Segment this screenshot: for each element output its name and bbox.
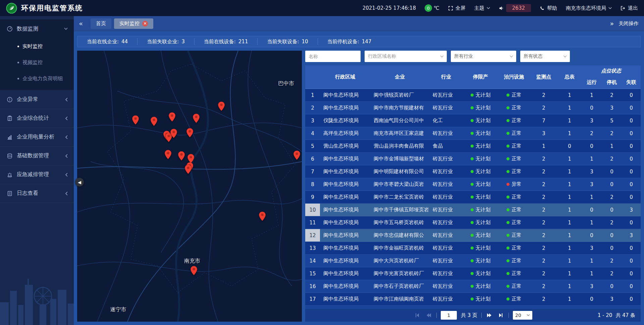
map-marker-pin[interactable]	[170, 128, 177, 139]
table-row[interactable]: 7 阆中生态环境局 阆中明阳建材有限公司 砖瓦行业 无计划 正常 2 1 3 0…	[305, 165, 641, 178]
tabs-scroll-right-button[interactable]: »	[610, 20, 614, 27]
page-size-select[interactable]: 20	[513, 311, 532, 320]
table-row[interactable]: 5 营山生态环境局 营山县润丰肉食品有限 食品 无计划 正常 1 0 0 1 0	[305, 140, 641, 153]
cell-running: 1	[582, 191, 602, 203]
sidebar-item-electricity-analysis[interactable]: 企业用电量分析	[0, 128, 74, 147]
map-marker-pin[interactable]	[259, 211, 266, 221]
fullscreen-button[interactable]: 全屏	[448, 5, 466, 11]
status-dot	[506, 94, 509, 97]
status-filter-select[interactable]: 所有状态	[520, 51, 570, 62]
total-count-label: 共 47 条	[615, 312, 635, 319]
map-collapse-handle[interactable]: ◀	[75, 178, 84, 186]
map-marker-pin[interactable]	[190, 266, 198, 276]
cell-region: 阆中生态环境局	[320, 242, 370, 254]
tab-close-icon[interactable]: ✕	[142, 21, 148, 26]
map-marker-pin[interactable]	[150, 116, 158, 126]
table-row[interactable]: 11 阆中生态环境局 阆中市五马桥页岩机砖 砖瓦行业 无计划 正常 2 1 1 …	[305, 216, 641, 229]
prev-page-button[interactable]	[425, 312, 432, 319]
cell-stop-status: 无计划	[463, 204, 498, 216]
cell-stop-status: 无计划	[463, 153, 498, 165]
cell-industry: 砖瓦行业	[429, 153, 463, 165]
cell-monitoring-points: 2	[530, 229, 557, 241]
cell-monitoring-points: 7	[530, 114, 557, 127]
chevron-down-icon	[527, 314, 530, 316]
table-row[interactable]: 17 阆中生态环境局 阆中市江南镇阆南页岩 砖瓦行业 无计划 正常 2 1 0 …	[305, 293, 641, 306]
organization-dropdown[interactable]: 南充市生态环境局	[566, 5, 612, 11]
cell-region: 阆中生态环境局	[320, 102, 370, 114]
sidebar-item-enterprise-statistics[interactable]: 企业综合统计	[0, 109, 74, 128]
sidebar-item-emergency-reduction[interactable]: 应急减排管理	[0, 165, 74, 184]
table-row[interactable]: 10 阆中生态环境局 阆中市千佛镇五郎垭页岩 砖瓦行业 无计划 正常 2 1 0…	[305, 204, 641, 216]
cell-total-meters: 1	[557, 114, 582, 127]
table-row[interactable]: 1 阆中生态环境局 阆中强锐页岩砖厂 砖瓦行业 无计划 正常 2 1 1 2 0	[305, 89, 641, 102]
sidebar-item-log-view[interactable]: 日志查看	[0, 184, 74, 203]
map-marker-pin[interactable]	[132, 115, 139, 125]
status-dot	[506, 285, 509, 288]
cell-running: 0	[582, 102, 602, 114]
region-filter-select[interactable]: 行政区域名称	[365, 51, 447, 62]
tab-home[interactable]: 首页	[91, 18, 111, 29]
sidebar-item-video-monitoring[interactable]: 视频监控	[0, 54, 74, 70]
cell-running: 1	[582, 216, 602, 229]
table-row[interactable]: 13 阆中生态环境局 阆中市金福旺页岩机砖 砖瓦行业 无计划 正常 2 1 3 …	[305, 242, 641, 255]
theme-dropdown[interactable]: 主题	[474, 5, 490, 11]
map-marker-pin[interactable]	[184, 164, 192, 174]
fullscreen-icon	[448, 6, 453, 11]
status-dot	[471, 234, 474, 237]
cell-stop-status: 无计划	[463, 191, 498, 203]
industry-filter-select[interactable]: 所有行业	[451, 51, 516, 62]
cell-total-meters: 1	[557, 89, 582, 101]
close-operations-button[interactable]: 关闭操作	[619, 20, 639, 27]
cell-lost: 0	[622, 165, 641, 178]
help-button[interactable]: 帮助	[540, 5, 557, 11]
cell-monitoring-points: 2	[530, 306, 557, 309]
table-row[interactable]: 12 阆中生态环境局 阆中市忠信建材有限公 砖瓦行业 无计划 正常 2 1 0 …	[305, 229, 641, 242]
status-dot	[471, 170, 474, 173]
map-marker-pin[interactable]	[186, 128, 194, 138]
map-marker-pin[interactable]	[193, 113, 200, 123]
table-row[interactable]: 9 阆中生态环境局 阆中市二龙长宝页岩砖 砖瓦行业 无计划 正常 2 1 1 2…	[305, 191, 641, 204]
map-marker-pin[interactable]	[178, 151, 185, 161]
tabs-scroll-left-button[interactable]: «	[74, 16, 88, 31]
table-row[interactable]: 4 高坪生态环境局 南充市高坪区王家店建 砖瓦行业 无计划 正常 3 1 2 2…	[305, 127, 641, 140]
first-page-button[interactable]	[414, 312, 421, 319]
status-dot	[471, 297, 474, 301]
map-marker-pin[interactable]	[168, 112, 176, 122]
table-row[interactable]: 15 阆中生态环境局 阆中市光富页岩机砖厂 砖瓦行业 无计划 正常 2 1 1 …	[305, 267, 641, 280]
map-canvas[interactable]: 巴中市南充市遂宁市	[77, 51, 302, 322]
tab-realtime-monitoring[interactable]: 实时监控 ✕	[114, 18, 153, 29]
page-number-input[interactable]	[441, 311, 457, 320]
map-marker-pin[interactable]	[164, 150, 172, 160]
cell-stop-status: 无计划	[463, 255, 498, 267]
table-row[interactable]: 18 南部生态环境局 南部县雄师水泥有限公 建材 无计划 正常 2 1 0 3 …	[305, 306, 641, 309]
table-row[interactable]: 16 阆中生态环境局 阆中市石子页岩机砖厂 砖瓦行业 无计划 正常 2 1 3 …	[305, 280, 641, 293]
table-row[interactable]: 2 阆中生态环境局 阆中市南方节能建材有 砖瓦行业 无计划 正常 2 1 0 3…	[305, 102, 641, 114]
sidebar-item-basic-data-management[interactable]: 基础数据管理	[0, 147, 74, 165]
map-marker-pin[interactable]	[293, 150, 301, 160]
pagination-info: 1 - 20 共 47 条	[598, 312, 635, 319]
cell-running: 0	[582, 204, 602, 216]
sidebar-item-power-load-detail[interactable]: 企业电力负荷明细	[0, 70, 74, 87]
logout-button[interactable]: 退出	[621, 5, 638, 11]
cell-lost: 0	[622, 293, 641, 305]
last-page-button[interactable]	[497, 312, 504, 319]
sidebar-item-label: 应急减排管理	[17, 171, 49, 178]
cell-lost: 0	[622, 255, 641, 267]
name-filter-input[interactable]	[305, 51, 361, 62]
map-marker-pin[interactable]	[218, 101, 225, 111]
table-row[interactable]: 3 仪陇生态环境局 西南油气田分公司川中 化工 无计划 正常 7 1 3 5 0	[305, 114, 641, 127]
cell-industry: 砖瓦行业	[429, 255, 463, 267]
row-index: 7	[305, 165, 320, 178]
table-row[interactable]: 8 阆中生态环境局 阆中市枣碧大梁山页岩 砖瓦行业 无计划 异常 2 1 3 0…	[305, 178, 641, 191]
table-row[interactable]: 14 阆中生态环境局 阆中大兴页岩机砖厂 砖瓦行业 无计划 正常 2 1 1 2…	[305, 255, 641, 267]
table-row[interactable]: 6 阆中生态环境局 阆中市金博瑞新型墙材 砖瓦行业 无计划 正常 2 1 1 2…	[305, 153, 641, 165]
sidebar-item-data-monitoring[interactable]: 数据监测	[0, 19, 74, 38]
map-city-label: 遂宁市	[110, 306, 126, 313]
cell-facility-status: 正常	[498, 114, 530, 127]
notice-widget[interactable]: 2632	[499, 4, 531, 12]
chevron-left-icon	[65, 192, 68, 196]
sidebar-item-enterprise-anomaly[interactable]: 企业异常	[0, 90, 74, 109]
cell-total-meters: 1	[557, 204, 582, 216]
next-page-button[interactable]	[486, 312, 493, 319]
sidebar-item-realtime-monitoring[interactable]: 实时监控	[0, 38, 74, 54]
